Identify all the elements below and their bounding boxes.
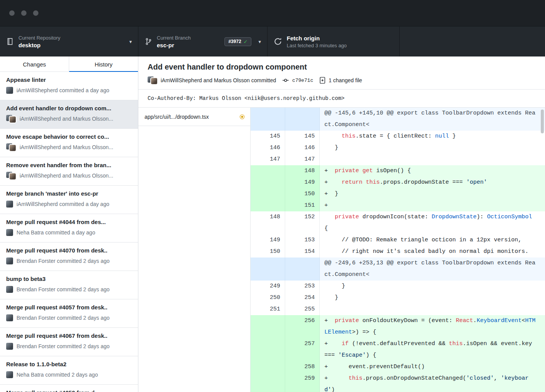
- avatar: [6, 229, 13, 236]
- commit-details: app/src/ui/t.../dropdown.tsx @@ -145,6 +…: [138, 108, 545, 392]
- toolbar: Current Repository desktop ▾ Current Bra…: [0, 26, 545, 56]
- avatar-stack: [6, 200, 13, 208]
- commit-meta: iAmWillShepherd and Markus Olsson...: [6, 172, 132, 179]
- avatar: [10, 116, 16, 123]
- commit-title: Add event handler to dropdown com...: [6, 105, 132, 111]
- old-line-number: 145: [251, 131, 285, 142]
- avatar-stack: [6, 172, 16, 179]
- avatar: [6, 286, 13, 293]
- commit-title: Merge pull request #4044 from des...: [6, 219, 132, 225]
- commit-list-item[interactable]: Add event handler to dropdown com... iAm…: [0, 100, 138, 129]
- commit-meta: Neha Batra committed a day ago: [6, 229, 132, 236]
- commit-byline: iAmWillShepherd and Markus Olsson...: [20, 173, 113, 179]
- diff-line: 151+: [251, 200, 545, 211]
- new-line-number: 256: [285, 315, 320, 338]
- window-close-button[interactable]: [9, 10, 15, 16]
- fetch-origin-button[interactable]: Fetch origin Last fetched 3 minutes ago: [268, 27, 400, 56]
- old-line-number: 147: [251, 154, 285, 165]
- old-line-number: [251, 188, 285, 200]
- commit-list-item[interactable]: Merge pull request #4067 from desk.. Bre…: [0, 328, 138, 356]
- old-line-number: 148: [251, 211, 285, 234]
- commit-title: Merge pull request #4057 from desk..: [6, 304, 132, 311]
- commit-byline: iAmWillShepherd committed a day ago: [17, 87, 109, 93]
- commit-list-item[interactable]: Appease linter iAmWillShepherd committed…: [0, 72, 138, 100]
- commit-title: Remove event handler from the bran...: [6, 162, 132, 168]
- commit-list-item[interactable]: Merge pull request #4044 from des... Neh…: [0, 214, 138, 243]
- commit-byline: iAmWillShepherd and Markus Olsson commit…: [161, 77, 276, 83]
- avatar: [6, 257, 13, 264]
- avatar-stack: [6, 115, 16, 123]
- commit-list-item[interactable]: Merge pull request #4057 from desk.. Bre…: [0, 299, 138, 328]
- sidebar: Changes History Appease linter iAmWillSh…: [0, 56, 138, 392]
- file-list[interactable]: app/src/ui/t.../dropdown.tsx: [138, 108, 251, 392]
- code-line: [320, 154, 545, 165]
- commit-list-item[interactable]: Merge branch 'master' into esc-pr iAmWil…: [0, 186, 138, 214]
- diff-line: 256+ private onFoldoutKeyDown = (event: …: [251, 315, 545, 338]
- titlebar: [0, 0, 545, 26]
- new-line-number: 255: [285, 304, 320, 315]
- commit-byline: Neha Batra committed 2 days ago: [17, 372, 98, 378]
- commit-list-item[interactable]: Merge pull request #4070 from desk.. Bre…: [0, 243, 138, 271]
- old-line-number: [251, 177, 285, 188]
- sync-icon: [274, 37, 282, 46]
- diff-line: 149+ return this.props.dropdownState ===…: [251, 177, 545, 188]
- new-line-number: 146: [285, 142, 320, 154]
- diff-line: 145145 this.state = { clientRect: null }: [251, 131, 545, 142]
- code-line: +: [320, 200, 545, 211]
- main-panel: Add event handler to dropdown component …: [138, 56, 545, 392]
- diff-view[interactable]: @@ -145,6 +145,10 @@ export class Toolba…: [251, 108, 545, 392]
- diff-line: 148152 private dropdownIcon(state: Dropd…: [251, 211, 545, 234]
- new-line-number: [285, 108, 320, 131]
- commit-list-item[interactable]: bump to beta3 Brendan Forster committed …: [0, 271, 138, 299]
- diff-line: 250254 }: [251, 292, 545, 304]
- old-line-number: [251, 200, 285, 211]
- commit-meta: Brendan Forster committed 2 days ago: [6, 257, 132, 265]
- diff-line: 148+ private get isOpen() {: [251, 165, 545, 177]
- commit-byline: iAmWillShepherd and Markus Olsson...: [20, 116, 113, 122]
- code-line: @@ -249,6 +253,13 @@ export class Toolba…: [320, 257, 545, 281]
- window-zoom-button[interactable]: [33, 10, 38, 16]
- commit-title: Merge branch 'master' into esc-pr: [6, 190, 132, 197]
- commit-meta: Neha Batra committed 2 days ago: [6, 371, 132, 379]
- chevron-down-icon: ▾: [254, 39, 261, 45]
- new-line-number: 153: [285, 234, 320, 246]
- window-minimize-button[interactable]: [21, 10, 27, 16]
- commit-list-item[interactable]: Merge pull request #4059 from d...: [0, 385, 138, 392]
- old-line-number: [251, 165, 285, 177]
- code-line: private dropdownIcon(state: DropdownStat…: [320, 211, 545, 234]
- commit-title: Move escape behavior to correct co...: [6, 133, 132, 140]
- old-line-number: 249: [251, 281, 285, 292]
- diff-line: 251255: [251, 304, 545, 315]
- avatar-stack: [148, 76, 158, 84]
- diff-line: 150154 // right now it's scaled badly on…: [251, 246, 545, 257]
- old-line-number: [251, 108, 285, 131]
- diff-line: 150+ }: [251, 188, 545, 200]
- new-line-number: 145: [285, 131, 320, 142]
- repository-selector[interactable]: Current Repository desktop ▾: [0, 27, 138, 56]
- diff-line: 257+ if (!event.defaultPrevented && this…: [251, 338, 545, 361]
- old-line-number: 146: [251, 142, 285, 154]
- branch-selector[interactable]: Current Branch esc-pr #3972 ✓ ▾: [138, 27, 268, 56]
- avatar-stack: [6, 314, 13, 322]
- old-line-number: [251, 315, 285, 338]
- old-line-number: 150: [251, 246, 285, 257]
- scrollbar-thumb[interactable]: [541, 110, 544, 133]
- diff-hunk-header: @@ -145,6 +145,10 @@ export class Toolba…: [251, 108, 545, 131]
- toolbar-spacer: [400, 27, 545, 56]
- commit-list-item[interactable]: Move escape behavior to correct co... iA…: [0, 129, 138, 157]
- code-line: + if (!event.defaultPrevented && this.is…: [320, 338, 545, 361]
- tab-changes[interactable]: Changes: [0, 56, 69, 72]
- fetch-subtitle: Last fetched 3 minutes ago: [287, 43, 347, 48]
- tab-history[interactable]: History: [69, 56, 138, 72]
- commit-meta-row: iAmWillShepherd and Markus Olsson commit…: [148, 76, 536, 84]
- old-line-number: [251, 257, 285, 281]
- new-line-number: 150: [285, 188, 320, 200]
- file-list-item[interactable]: app/src/ui/t.../dropdown.tsx: [138, 108, 250, 126]
- commit-list[interactable]: Appease linter iAmWillShepherd committed…: [0, 72, 138, 392]
- commit-list-item[interactable]: Remove event handler from the bran... iA…: [0, 157, 138, 186]
- check-icon: ✓: [244, 39, 248, 45]
- commit-list-item[interactable]: Release to 1.1.0-beta2 Neha Batra commit…: [0, 356, 138, 385]
- new-line-number: 254: [285, 292, 320, 304]
- commit-sha: c79e71c: [292, 78, 313, 83]
- old-line-number: [251, 338, 285, 361]
